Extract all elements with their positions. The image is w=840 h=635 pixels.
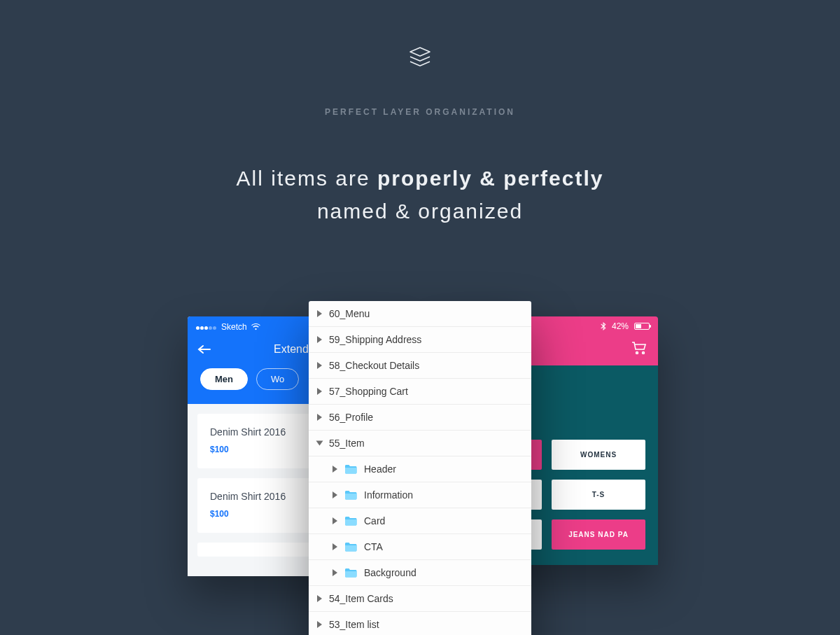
headline-post: named & organized: [317, 200, 523, 223]
wifi-icon: [251, 323, 260, 330]
layer-label: Information: [364, 489, 413, 501]
layer-row[interactable]: 57_Shopping Cart: [309, 379, 531, 405]
layer-row[interactable]: 55_Item: [309, 431, 531, 456]
signal-dots-icon: [196, 322, 217, 332]
layer-row[interactable]: 56_Profile: [309, 405, 531, 431]
headline-bold: properly & perfectly: [377, 167, 603, 190]
disclosure-right-icon[interactable]: [332, 543, 337, 550]
disclosure-right-icon[interactable]: [317, 414, 322, 421]
layer-row[interactable]: Card: [309, 508, 531, 534]
disclosure-right-icon[interactable]: [332, 569, 337, 576]
layer-label: CTA: [364, 541, 383, 552]
folder-icon: [344, 490, 357, 500]
battery-percent: 42%: [612, 321, 629, 331]
layer-label: 59_Shipping Address: [329, 334, 421, 345]
layer-row[interactable]: CTA: [309, 534, 531, 560]
layer-label: 57_Shopping Cart: [329, 386, 408, 397]
category-tile[interactable]: T-S: [552, 480, 645, 510]
disclosure-right-icon[interactable]: [317, 336, 322, 343]
svg-point-1: [643, 352, 645, 354]
folder-icon: [344, 542, 357, 552]
bluetooth-icon: [601, 322, 606, 330]
disclosure-right-icon[interactable]: [317, 595, 322, 602]
layer-label: 58_Checkout Details: [329, 360, 419, 371]
layer-row[interactable]: Background: [309, 560, 531, 586]
layer-row[interactable]: 59_Shipping Address: [309, 327, 531, 353]
layer-row[interactable]: 58_Checkout Details: [309, 353, 531, 379]
headline-pre: All items are: [237, 167, 377, 190]
category-tile[interactable]: WOMENS: [552, 440, 645, 470]
disclosure-right-icon[interactable]: [332, 517, 337, 524]
layer-label: 60_Menu: [329, 308, 370, 319]
disclosure-right-icon[interactable]: [317, 362, 322, 369]
folder-icon: [344, 464, 357, 474]
svg-point-0: [636, 352, 638, 354]
layer-label: 56_Profile: [329, 412, 373, 423]
layers-panel: 60_Menu59_Shipping Address58_Checkout De…: [309, 301, 531, 635]
disclosure-down-icon[interactable]: [316, 441, 323, 446]
headline: All items are properly & perfectly named…: [0, 162, 840, 228]
disclosure-right-icon[interactable]: [332, 491, 337, 498]
folder-icon: [344, 516, 357, 526]
battery-icon: [634, 323, 650, 330]
carrier-label: Sketch: [221, 322, 247, 332]
disclosure-right-icon[interactable]: [317, 310, 322, 317]
layer-label: 54_Item Cards: [329, 593, 393, 604]
tab-women[interactable]: Wo: [256, 368, 299, 390]
layer-label: Background: [364, 567, 416, 578]
layer-row[interactable]: Information: [309, 482, 531, 508]
layer-label: Header: [364, 463, 396, 475]
layer-row[interactable]: 54_Item Cards: [309, 586, 531, 612]
cart-icon[interactable]: [631, 342, 647, 354]
layer-label: Card: [364, 515, 385, 526]
disclosure-right-icon[interactable]: [317, 388, 322, 395]
folder-icon: [344, 568, 357, 578]
layer-row[interactable]: 53_Item list: [309, 612, 531, 635]
tab-men[interactable]: Men: [200, 368, 248, 390]
disclosure-right-icon[interactable]: [317, 621, 322, 628]
layer-label: 55_Item: [329, 438, 365, 449]
layers-logo-icon: [0, 0, 840, 69]
category-tile[interactable]: JEANS NAD PA: [552, 519, 645, 550]
disclosure-right-icon[interactable]: [332, 466, 337, 473]
layer-row[interactable]: Header: [309, 456, 531, 482]
layer-label: 53_Item list: [329, 619, 379, 630]
layer-row[interactable]: 60_Menu: [309, 301, 531, 327]
kicker-text: PERFECT LAYER ORGANIZATION: [0, 107, 840, 117]
